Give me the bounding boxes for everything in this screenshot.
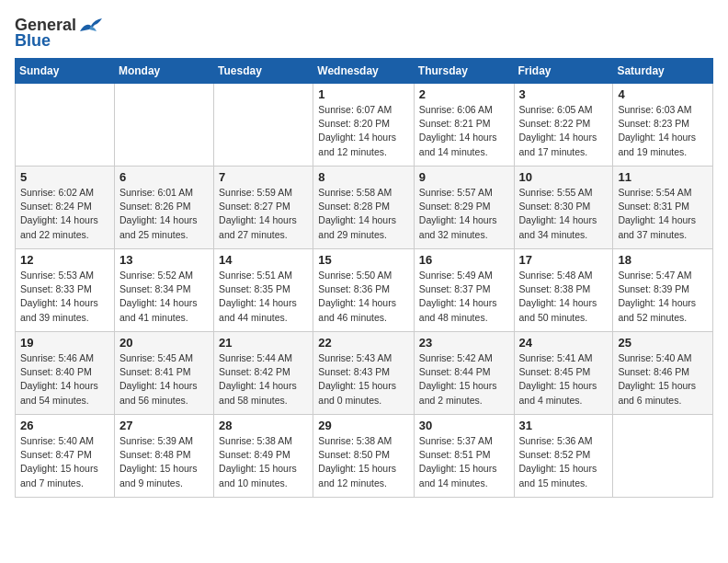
sunset-text: Sunset: 8:48 PM	[119, 448, 209, 462]
sunset-text: Sunset: 8:52 PM	[519, 448, 609, 462]
sunrise-text: Sunrise: 5:55 AM	[519, 186, 609, 200]
daylight-text: Daylight: 14 hours and 34 minutes.	[519, 213, 609, 241]
day-number: 31	[519, 419, 609, 432]
sunset-text: Sunset: 8:30 PM	[519, 200, 609, 213]
sunset-text: Sunset: 8:49 PM	[219, 448, 308, 462]
sunrise-text: Sunrise: 5:59 AM	[219, 186, 308, 200]
sunrise-text: Sunrise: 5:36 AM	[519, 434, 609, 448]
sunrise-text: Sunrise: 5:58 AM	[318, 186, 409, 200]
sunset-text: Sunset: 8:46 PM	[618, 365, 708, 379]
calendar-week-row: 26 Sunrise: 5:40 AM Sunset: 8:47 PM Dayl…	[16, 415, 713, 498]
calendar-cell: 10 Sunrise: 5:55 AM Sunset: 8:30 PM Dayl…	[514, 167, 613, 249]
weekday-header-thursday: Thursday	[414, 59, 514, 84]
sunrise-text: Sunrise: 5:38 AM	[219, 434, 308, 448]
daylight-text: Daylight: 14 hours and 56 minutes.	[119, 379, 209, 407]
sunset-text: Sunset: 8:20 PM	[318, 117, 409, 131]
daylight-text: Daylight: 15 hours and 6 minutes.	[618, 379, 708, 407]
day-number: 26	[20, 419, 109, 432]
daylight-text: Daylight: 14 hours and 14 minutes.	[419, 131, 509, 158]
calendar-cell	[613, 415, 713, 498]
day-number: 16	[419, 253, 509, 267]
day-number: 6	[119, 170, 209, 184]
daylight-text: Daylight: 14 hours and 54 minutes.	[20, 379, 109, 407]
sunrise-text: Sunrise: 5:37 AM	[419, 434, 509, 448]
sunrise-text: Sunrise: 5:51 AM	[219, 269, 308, 282]
calendar-cell: 7 Sunrise: 5:59 AM Sunset: 8:27 PM Dayli…	[214, 167, 313, 249]
sunrise-text: Sunrise: 5:40 AM	[20, 434, 109, 448]
sunset-text: Sunset: 8:33 PM	[20, 282, 109, 296]
sunrise-text: Sunrise: 5:52 AM	[119, 269, 209, 282]
sunrise-text: Sunrise: 5:41 AM	[519, 351, 609, 365]
sunset-text: Sunset: 8:23 PM	[618, 117, 708, 131]
sunset-text: Sunset: 8:28 PM	[318, 200, 409, 213]
sunrise-text: Sunrise: 5:46 AM	[20, 351, 109, 365]
calendar-cell: 14 Sunrise: 5:51 AM Sunset: 8:35 PM Dayl…	[214, 249, 313, 332]
sunrise-text: Sunrise: 5:53 AM	[20, 269, 109, 282]
calendar-cell: 12 Sunrise: 5:53 AM Sunset: 8:33 PM Dayl…	[16, 249, 115, 332]
day-number: 3	[519, 87, 609, 101]
sunrise-text: Sunrise: 5:40 AM	[618, 351, 708, 365]
sunrise-text: Sunrise: 6:06 AM	[419, 103, 509, 117]
sunrise-text: Sunrise: 5:39 AM	[119, 434, 209, 448]
sunset-text: Sunset: 8:51 PM	[419, 448, 509, 462]
daylight-text: Daylight: 14 hours and 37 minutes.	[618, 213, 708, 241]
logo-blue-text: Blue	[15, 31, 51, 51]
sunset-text: Sunset: 8:39 PM	[618, 282, 708, 296]
calendar-table: SundayMondayTuesdayWednesdayThursdayFrid…	[15, 58, 713, 498]
calendar-cell: 20 Sunrise: 5:45 AM Sunset: 8:41 PM Dayl…	[114, 332, 213, 415]
daylight-text: Daylight: 15 hours and 10 minutes.	[219, 462, 308, 489]
daylight-text: Daylight: 14 hours and 19 minutes.	[618, 131, 708, 158]
day-number: 13	[119, 253, 209, 267]
calendar-cell: 3 Sunrise: 6:05 AM Sunset: 8:22 PM Dayli…	[514, 84, 613, 167]
calendar-cell: 22 Sunrise: 5:43 AM Sunset: 8:43 PM Dayl…	[313, 332, 415, 415]
weekday-header-friday: Friday	[514, 59, 613, 84]
sunrise-text: Sunrise: 5:42 AM	[419, 351, 509, 365]
daylight-text: Daylight: 14 hours and 58 minutes.	[219, 379, 308, 407]
daylight-text: Daylight: 15 hours and 14 minutes.	[419, 462, 509, 489]
sunset-text: Sunset: 8:41 PM	[119, 365, 209, 379]
day-number: 30	[419, 419, 509, 432]
daylight-text: Daylight: 14 hours and 17 minutes.	[519, 131, 609, 158]
day-number: 22	[318, 336, 409, 350]
sunset-text: Sunset: 8:26 PM	[119, 200, 209, 213]
sunrise-text: Sunrise: 5:43 AM	[318, 351, 409, 365]
daylight-text: Daylight: 14 hours and 22 minutes.	[20, 213, 109, 241]
calendar-cell: 31 Sunrise: 5:36 AM Sunset: 8:52 PM Dayl…	[514, 415, 613, 498]
calendar-cell: 8 Sunrise: 5:58 AM Sunset: 8:28 PM Dayli…	[313, 167, 415, 249]
calendar-week-row: 5 Sunrise: 6:02 AM Sunset: 8:24 PM Dayli…	[16, 167, 713, 249]
calendar-week-row: 1 Sunrise: 6:07 AM Sunset: 8:20 PM Dayli…	[16, 84, 713, 167]
sunrise-text: Sunrise: 6:01 AM	[119, 186, 209, 200]
calendar-cell	[16, 84, 115, 167]
sunrise-text: Sunrise: 5:54 AM	[618, 186, 708, 200]
sunset-text: Sunset: 8:44 PM	[419, 365, 509, 379]
day-number: 29	[318, 419, 409, 432]
sunset-text: Sunset: 8:21 PM	[419, 117, 509, 131]
sunrise-text: Sunrise: 6:07 AM	[318, 103, 409, 117]
sunrise-text: Sunrise: 5:47 AM	[618, 269, 708, 282]
calendar-cell	[214, 84, 313, 167]
daylight-text: Daylight: 14 hours and 27 minutes.	[219, 213, 308, 241]
calendar-cell: 21 Sunrise: 5:44 AM Sunset: 8:42 PM Dayl…	[214, 332, 313, 415]
calendar-cell: 24 Sunrise: 5:41 AM Sunset: 8:45 PM Dayl…	[514, 332, 613, 415]
day-number: 4	[618, 87, 708, 101]
sunset-text: Sunset: 8:22 PM	[519, 117, 609, 131]
calendar-cell: 1 Sunrise: 6:07 AM Sunset: 8:20 PM Dayli…	[313, 84, 415, 167]
daylight-text: Daylight: 14 hours and 41 minutes.	[119, 296, 209, 324]
day-number: 8	[318, 170, 409, 184]
sunset-text: Sunset: 8:45 PM	[519, 365, 609, 379]
daylight-text: Daylight: 14 hours and 46 minutes.	[318, 296, 409, 324]
calendar-cell: 9 Sunrise: 5:57 AM Sunset: 8:29 PM Dayli…	[414, 167, 514, 249]
calendar-cell: 30 Sunrise: 5:37 AM Sunset: 8:51 PM Dayl…	[414, 415, 514, 498]
daylight-text: Daylight: 15 hours and 7 minutes.	[20, 462, 109, 489]
daylight-text: Daylight: 15 hours and 9 minutes.	[119, 462, 209, 489]
weekday-header-monday: Monday	[114, 59, 213, 84]
sunset-text: Sunset: 8:40 PM	[20, 365, 109, 379]
calendar-cell: 5 Sunrise: 6:02 AM Sunset: 8:24 PM Dayli…	[16, 167, 115, 249]
calendar-cell: 17 Sunrise: 5:48 AM Sunset: 8:38 PM Dayl…	[514, 249, 613, 332]
day-number: 24	[519, 336, 609, 350]
daylight-text: Daylight: 14 hours and 39 minutes.	[20, 296, 109, 324]
calendar-week-row: 12 Sunrise: 5:53 AM Sunset: 8:33 PM Dayl…	[16, 249, 713, 332]
sunset-text: Sunset: 8:34 PM	[119, 282, 209, 296]
calendar-cell: 6 Sunrise: 6:01 AM Sunset: 8:26 PM Dayli…	[114, 167, 213, 249]
day-number: 21	[219, 336, 308, 350]
